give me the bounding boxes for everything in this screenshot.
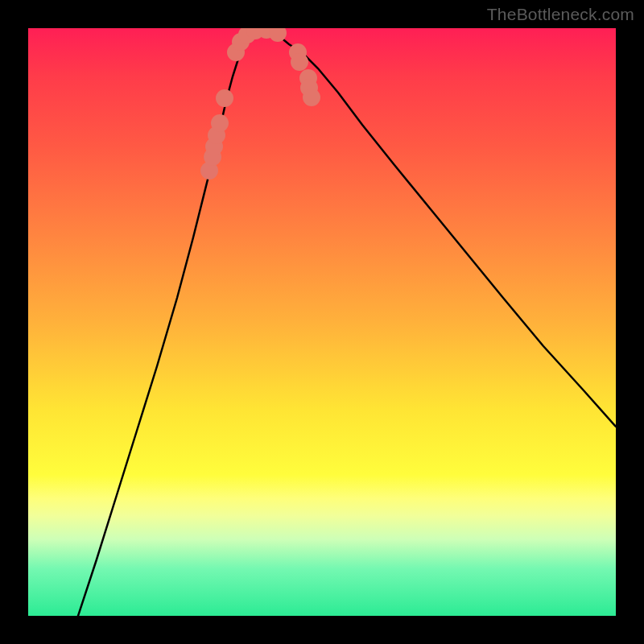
marker-dot [216, 89, 233, 107]
chart-frame: TheBottleneck.com [0, 0, 644, 644]
marker-dot [291, 53, 308, 71]
marker-dot [303, 89, 320, 106]
marker-dot [211, 114, 229, 132]
main-curve [78, 28, 616, 616]
watermark-text: TheBottleneck.com [487, 5, 634, 24]
marker-group [200, 28, 320, 180]
plot-area [28, 28, 616, 616]
chart-svg [28, 28, 616, 616]
